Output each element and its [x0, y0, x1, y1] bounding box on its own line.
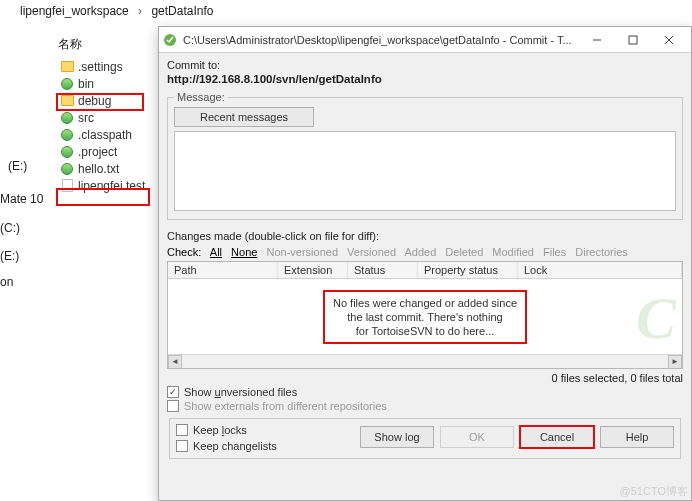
globe-icon [60, 77, 74, 91]
recent-messages-button[interactable]: Recent messages [174, 107, 314, 127]
cancel-button[interactable]: Cancel [520, 426, 594, 448]
check-all-link[interactable]: All [210, 246, 222, 258]
changes-label: Changes made (double-click on file for d… [167, 230, 683, 242]
check-dirs-link[interactable]: Directories [575, 246, 628, 258]
commit-message-textarea[interactable] [174, 131, 676, 211]
file-tree: .settings bin debug src .classpath .proj… [58, 58, 158, 194]
message-group: Message: Recent messages [167, 91, 683, 220]
keep-changelists-label: Keep changelists [193, 440, 277, 452]
side-label: (C:) [0, 221, 20, 235]
check-deleted-link[interactable]: Deleted [445, 246, 483, 258]
show-externals-row: Show externals from different repositori… [167, 400, 683, 412]
show-unversioned-checkbox[interactable] [167, 386, 179, 398]
keep-changelists-checkbox[interactable] [176, 440, 188, 452]
show-unversioned-row[interactable]: Show unversioned files [167, 386, 683, 398]
list-item[interactable]: .project [58, 143, 158, 160]
check-files-link[interactable]: Files [543, 246, 566, 258]
col-status[interactable]: Status [348, 262, 418, 278]
grid-header: Path Extension Status Property status Lo… [168, 262, 682, 279]
check-none-link[interactable]: None [231, 246, 257, 258]
side-label: Mate 10 [0, 192, 43, 206]
changed-files-grid[interactable]: Path Extension Status Property status Lo… [167, 261, 683, 369]
check-nonversioned-link[interactable]: Non-versioned [266, 246, 338, 258]
keep-changelists-row[interactable]: Keep changelists [176, 440, 277, 452]
highlight-annotation [56, 188, 150, 206]
folder-icon [60, 60, 74, 74]
help-button[interactable]: Help [600, 426, 674, 448]
show-log-button[interactable]: Show log [360, 426, 434, 448]
minimize-button[interactable] [579, 28, 615, 52]
list-item-label: .project [78, 145, 117, 159]
svg-rect-2 [629, 36, 637, 44]
list-item[interactable]: .classpath [58, 126, 158, 143]
scroll-left-icon[interactable]: ◄ [168, 355, 182, 369]
check-modified-link[interactable]: Modified [492, 246, 534, 258]
bottom-group: Keep locks Keep changelists Show log OK … [169, 418, 681, 459]
empty-grid-message: No files were changed or added since the… [323, 290, 527, 345]
check-filter-row: Check: All None Non-versioned Versioned … [167, 246, 683, 258]
breadcrumb-part-1[interactable]: lipengfei_workspace [20, 4, 129, 18]
ok-button: OK [440, 426, 514, 448]
globe-icon [60, 145, 74, 159]
list-item[interactable]: .settings [58, 58, 158, 75]
column-header-name[interactable]: 名称 [58, 36, 82, 53]
app-icon [163, 33, 177, 47]
commit-url: http://192.168.8.100/svn/len/getDataInfo [167, 73, 683, 85]
list-item-label: hello.txt [78, 162, 119, 176]
keep-locks-label: Keep locks [193, 424, 247, 436]
breadcrumb-sep: › [138, 4, 142, 18]
list-item[interactable]: bin [58, 75, 158, 92]
commit-dialog: C:\Users\Administrator\Desktop\lipengfei… [158, 26, 692, 501]
check-added-link[interactable]: Added [404, 246, 436, 258]
grid-body: No files were changed or added since the… [168, 280, 682, 354]
show-externals-checkbox [167, 400, 179, 412]
list-item-label: bin [78, 77, 94, 91]
breadcrumb[interactable]: lipengfei_workspace › getDataInfo [20, 4, 213, 18]
list-item[interactable]: src [58, 109, 158, 126]
check-versioned-link[interactable]: Versioned [347, 246, 396, 258]
globe-icon [60, 162, 74, 176]
side-label: (E:) [0, 249, 19, 263]
check-label: Check: [167, 246, 201, 258]
globe-icon [60, 111, 74, 125]
commit-to-label: Commit to: [167, 59, 683, 71]
globe-icon [60, 128, 74, 142]
show-externals-label: Show externals from different repositori… [184, 400, 387, 412]
highlight-annotation [56, 93, 144, 111]
side-label: on [0, 275, 13, 289]
side-label: (E:) [8, 159, 27, 173]
dialog-title: C:\Users\Administrator\Desktop\lipengfei… [183, 34, 579, 46]
breadcrumb-part-2[interactable]: getDataInfo [151, 4, 213, 18]
selection-status: 0 files selected, 0 files total [167, 372, 683, 384]
keep-locks-checkbox[interactable] [176, 424, 188, 436]
maximize-button[interactable] [615, 28, 651, 52]
col-path[interactable]: Path [168, 262, 278, 278]
col-lock[interactable]: Lock [518, 262, 682, 278]
list-item-label: src [78, 111, 94, 125]
col-property-status[interactable]: Property status [418, 262, 518, 278]
list-item-label: .classpath [78, 128, 132, 142]
titlebar[interactable]: C:\Users\Administrator\Desktop\lipengfei… [159, 27, 691, 53]
list-item-label: .settings [78, 60, 123, 74]
message-legend: Message: [174, 91, 228, 103]
scroll-right-icon[interactable]: ► [668, 355, 682, 369]
grid-hscrollbar[interactable]: ◄ ► [168, 354, 682, 368]
list-item[interactable]: hello.txt [58, 160, 158, 177]
keep-locks-row[interactable]: Keep locks [176, 424, 277, 436]
col-extension[interactable]: Extension [278, 262, 348, 278]
show-unversioned-label: Show unversioned files [184, 386, 297, 398]
close-button[interactable] [651, 28, 687, 52]
